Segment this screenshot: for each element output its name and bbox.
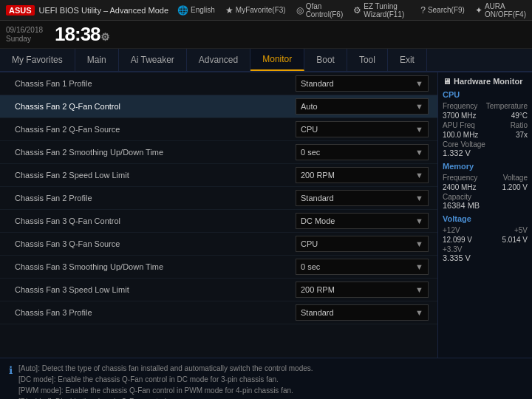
hw-volt-12-val-row: 12.099 V 5.014 V [443, 236, 528, 244]
setting-row-chassis-fan1-profile: Chassis Fan 1 Profile Standard ▼ [0, 72, 437, 95]
info-text: [Auto]: Detect the type of chassis fan i… [18, 363, 313, 399]
setting-select-7[interactable]: CPU ▼ [296, 236, 429, 252]
logo-area: ASUS UEFI BIOS Utility – Advanced Mode [6, 5, 168, 16]
setting-row-chassis-fan2-smooth: Chassis Fan 2 Smoothing Up/Down Time 0 s… [0, 141, 437, 164]
setting-label-0: Chassis Fan 1 Profile [9, 79, 296, 88]
hw-voltage-section: Voltage [443, 214, 528, 223]
hw-mem-cap-label: Capacity [443, 193, 528, 201]
nav-boot[interactable]: Boot [304, 49, 347, 71]
hw-apu-value: 100.0 MHz [443, 131, 478, 139]
setting-select-9[interactable]: 200 RPM ▼ [296, 282, 429, 298]
hw-mem-values-row: 2400 MHz 1.200 V [443, 183, 528, 191]
settings-icon[interactable]: ⚙ [100, 31, 109, 43]
hw-mem-cap-value: 16384 MB [443, 201, 528, 210]
hw-v5-value: 5.014 V [502, 236, 528, 244]
hw-mem-volt-label: Voltage [503, 174, 528, 182]
setting-select-1[interactable]: Auto ▼ [296, 98, 429, 115]
setting-label-5: Chassis Fan 2 Profile [9, 194, 296, 202]
dropdown-arrow-7: ▼ [415, 239, 423, 248]
main-layout: Chassis Fan 1 Profile Standard ▼ Chassis… [0, 72, 532, 358]
nav-ai-tweaker[interactable]: Ai Tweaker [119, 49, 187, 71]
favorites-icon: ★ [225, 5, 233, 16]
hw-mem-volt-value: 1.200 V [502, 183, 528, 191]
dropdown-arrow-4: ▼ [415, 171, 423, 180]
hardware-monitor-panel: 🖥 Hardware Monitor CPU Frequency Tempera… [437, 72, 532, 358]
hw-core-volt-value: 1.332 V [443, 149, 528, 157]
hw-cpu-temp-label: Temperature [486, 102, 528, 110]
dropdown-arrow-5: ▼ [415, 194, 423, 202]
hw-v33-value: 3.335 V [443, 253, 528, 262]
nav-exit[interactable]: Exit [388, 49, 427, 71]
hw-core-volt-label: Core Voltage [443, 140, 528, 149]
toolbar-myfavorites[interactable]: ★ MyFavorite(F3) [225, 5, 286, 16]
setting-select-4[interactable]: 200 RPM ▼ [296, 167, 429, 183]
setting-label-4: Chassis Fan 2 Speed Low Limit [9, 171, 296, 180]
hw-cpu-apu-row: APU Freq Ratio [443, 121, 528, 129]
hw-mem-freq-label: Frequency [443, 174, 477, 182]
setting-select-8[interactable]: 0 sec ▼ [296, 259, 429, 275]
setting-select-5[interactable]: Standard ▼ [296, 190, 429, 206]
hw-cpu-freq-val-row: 3700 MHz 49°C [443, 112, 528, 120]
setting-label-3: Chassis Fan 2 Smoothing Up/Down Time [9, 148, 296, 157]
toolbar-search[interactable]: ? Search(F9) [420, 5, 465, 16]
search-icon: ? [420, 5, 426, 16]
setting-label-8: Chassis Fan 3 Smoothing Up/Down Time [9, 262, 296, 271]
toolbar-eztuning[interactable]: ⚙ EZ Tuning Wizard(F11) [353, 2, 410, 18]
setting-row-chassis-fan3-smooth: Chassis Fan 3 Smoothing Up/Down Time 0 s… [0, 256, 437, 279]
clock-time: 18:38⚙ [55, 23, 109, 46]
toolbar: 🌐 English ★ MyFavorite(F3) ◎ Qfan Contro… [177, 2, 526, 18]
date-display: 09/16/2018 Sunday [6, 26, 43, 44]
dropdown-arrow-2: ▼ [415, 125, 423, 134]
monitor-icon: 🖥 [443, 77, 451, 86]
settings-panel: Chassis Fan 1 Profile Standard ▼ Chassis… [0, 72, 437, 358]
tuning-icon: ⚙ [353, 5, 361, 16]
hw-cpu-freq-value: 3700 MHz [443, 112, 477, 120]
hw-mem-labels-row: Frequency Voltage [443, 174, 528, 182]
hw-ratio-value: 37x [516, 131, 528, 139]
nav-tool[interactable]: Tool [347, 49, 388, 71]
nav-main[interactable]: Main [75, 49, 119, 71]
language-icon: 🌐 [177, 5, 188, 16]
clock-bar: 09/16/2018 Sunday 18:38⚙ [0, 21, 532, 49]
setting-select-10[interactable]: Standard ▼ [296, 304, 429, 321]
setting-row-chassis-fan3-source: Chassis Fan 3 Q-Fan Source CPU ▼ [0, 233, 437, 256]
hw-cpu-freq-label: Frequency [443, 102, 477, 110]
setting-select-6[interactable]: DC Mode ▼ [296, 213, 429, 229]
setting-row-chassis-fan3-qfan: Chassis Fan 3 Q-Fan Control DC Mode ▼ [0, 210, 437, 233]
setting-label-10: Chassis Fan 3 Profile [9, 308, 296, 317]
hw-ratio-label: Ratio [511, 121, 528, 129]
toolbar-language[interactable]: 🌐 English [177, 5, 215, 16]
bios-title: UEFI BIOS Utility – Advanced Mode [39, 6, 168, 15]
aura-icon: ✦ [475, 5, 482, 16]
nav-bar: My Favorites Main Ai Tweaker Advanced Mo… [0, 49, 532, 72]
info-icon: ℹ [9, 364, 13, 376]
setting-select-3[interactable]: 0 sec ▼ [296, 144, 429, 160]
dropdown-arrow-3: ▼ [415, 148, 423, 157]
info-box: ℹ [Auto]: Detect the type of chassis fan… [0, 358, 532, 399]
dropdown-arrow-6: ▼ [415, 216, 423, 225]
nav-monitor[interactable]: Monitor [250, 49, 304, 71]
setting-row-chassis-fan3-speed: Chassis Fan 3 Speed Low Limit 200 RPM ▼ [0, 279, 437, 301]
toolbar-aura[interactable]: ✦ AURA ON/OFF(F4) [475, 2, 526, 18]
dropdown-arrow-9: ▼ [415, 285, 423, 294]
asus-logo: ASUS [6, 5, 35, 16]
setting-row-chassis-fan3-profile: Chassis Fan 3 Profile Standard ▼ [0, 301, 437, 324]
hw-cpu-apu-val-row: 100.0 MHz 37x [443, 131, 528, 139]
dropdown-arrow-10: ▼ [415, 308, 423, 317]
setting-select-2[interactable]: CPU ▼ [296, 121, 429, 137]
setting-label-9: Chassis Fan 3 Speed Low Limit [9, 285, 296, 294]
nav-my-favorites[interactable]: My Favorites [0, 49, 75, 71]
hw-v33-label: +3.3V [443, 245, 528, 253]
setting-select-0[interactable]: Standard ▼ [296, 75, 429, 92]
setting-label-6: Chassis Fan 3 Q-Fan Control [9, 216, 296, 225]
dropdown-arrow-1: ▼ [415, 102, 423, 111]
setting-label-1: Chassis Fan 2 Q-Fan Control [9, 102, 296, 111]
dropdown-arrow-8: ▼ [415, 262, 423, 271]
hw-v12-label: +12V [443, 226, 460, 234]
toolbar-qfan[interactable]: ◎ Qfan Control(F6) [296, 2, 344, 18]
hw-cpu-section: CPU [443, 90, 528, 99]
setting-label-7: Chassis Fan 3 Q-Fan Source [9, 239, 296, 248]
nav-advanced[interactable]: Advanced [187, 49, 250, 71]
hw-mem-freq-value: 2400 MHz [443, 183, 477, 191]
hw-volt-12-row: +12V +5V [443, 226, 528, 234]
